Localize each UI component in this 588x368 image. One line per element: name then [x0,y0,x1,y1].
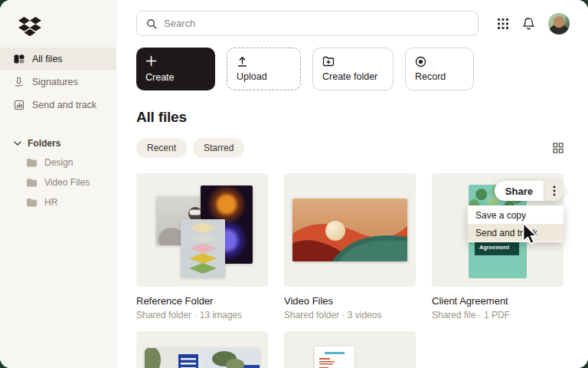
document-preview [315,347,354,368]
apps-grid-icon[interactable] [497,18,509,30]
folder-label: HR [44,197,57,208]
folders-label: Folders [28,138,60,149]
upload-label: Upload [237,71,267,82]
sidebar-item-send-and-track[interactable]: Send and track [0,94,116,117]
avatar[interactable] [548,13,570,34]
topbar-icons [497,13,570,34]
chip-label: Recent [147,143,176,153]
thumbnail-partial-document[interactable] [284,331,416,368]
photo-abstract-waves [292,199,407,261]
bell-icon[interactable] [522,17,535,31]
main-area: Create Upload Create folder [116,0,588,368]
sidebar-nav: All files Signatures Send and track [0,48,116,117]
search-icon [146,18,157,29]
card-title: Reference Folder [136,295,268,307]
thumbnail-partial-photo[interactable] [136,331,268,368]
all-files-icon [14,54,24,64]
folder-icon [26,178,38,187]
thumbnail-video-files[interactable] [284,173,416,287]
page-title: All files [136,109,564,126]
create-folder-label: Create folder [322,71,377,82]
create-folder-button[interactable]: Create folder [312,48,394,90]
card-partial-document[interactable] [284,331,416,368]
folder-icon [26,198,38,207]
chevron-down-icon [14,141,21,146]
card-title: Video Files [284,295,416,307]
record-button[interactable]: Record [405,48,474,90]
sidebar-item-signatures[interactable]: Signatures [0,71,116,94]
dropbox-logo-icon[interactable] [18,17,41,37]
filter-chip-starred[interactable]: Starred [193,138,244,158]
dropbox-window: All files Signatures Send and track [0,0,588,368]
sidebar: All files Signatures Send and track [0,0,116,368]
filter-row: Recent Starred [136,138,564,158]
sidebar-item-all-files[interactable]: All files [0,48,116,71]
card-meta: Shared folder · 13 images [136,310,268,320]
content-column: All files Recent Starred [136,109,564,368]
sidebar-folder-hr[interactable]: HR [0,195,116,210]
sidebar-item-label: Send and track [32,100,96,110]
grid-view-icon [553,143,564,153]
upload-icon [237,56,248,67]
sidebar-folder-design[interactable]: Design [0,155,116,170]
record-label: Record [415,71,446,82]
folder-icon [26,158,38,167]
create-label: Create [145,72,175,83]
sidebar-item-label: Signatures [32,77,78,87]
topbar [136,11,570,36]
photo-layer-stack [181,219,225,278]
card-client-agreement[interactable]: Client Agreement Share [432,173,564,320]
folder-plus-icon [322,56,335,67]
thumbnail-client-agreement[interactable]: Client Agreement Share [432,173,564,287]
chip-label: Starred [204,143,234,153]
plus-icon [145,55,157,67]
upload-button[interactable]: Upload [227,48,301,90]
context-menu: Save a copy Send and track [468,205,564,242]
kebab-icon [553,186,556,196]
search-input[interactable] [164,18,469,29]
send-track-chart-icon [14,100,24,110]
sidebar-item-label: All files [32,54,63,64]
card-partial-photo[interactable] [136,331,268,368]
photo-white-buildings [145,348,260,368]
create-button[interactable]: Create [136,48,215,90]
card-title: Client Agreement [432,295,564,307]
folder-label: Video Files [44,177,90,188]
mouse-cursor [521,222,537,245]
card-meta: Shared folder · 3 videos [284,310,416,320]
share-control: Share [495,181,564,201]
card-meta: Shared file · 1 PDF [432,310,564,320]
action-buttons: Create Upload Create folder [136,48,570,90]
card-video-files[interactable]: Video Files Shared folder · 3 videos [284,173,416,320]
grid-view-toggle[interactable] [553,143,564,153]
record-icon [415,56,426,67]
card-reference-folder[interactable]: Reference Folder Shared folder · 13 imag… [136,173,268,320]
sidebar-folder-video-files[interactable]: Video Files [0,175,116,190]
folder-label: Design [44,157,73,168]
signature-pen-icon [14,77,24,87]
menu-item-save-a-copy[interactable]: Save a copy [468,206,564,224]
more-options-button[interactable] [544,181,564,201]
search-bar[interactable] [136,11,479,36]
menu-item-send-and-track[interactable]: Send and track [468,224,564,242]
thumbnail-reference-folder[interactable] [136,173,268,287]
sidebar-folders-header[interactable]: Folders [0,136,116,150]
file-grid: Reference Folder Shared folder · 13 imag… [136,173,564,368]
filter-chip-recent[interactable]: Recent [136,138,187,158]
share-button[interactable]: Share [495,181,544,201]
